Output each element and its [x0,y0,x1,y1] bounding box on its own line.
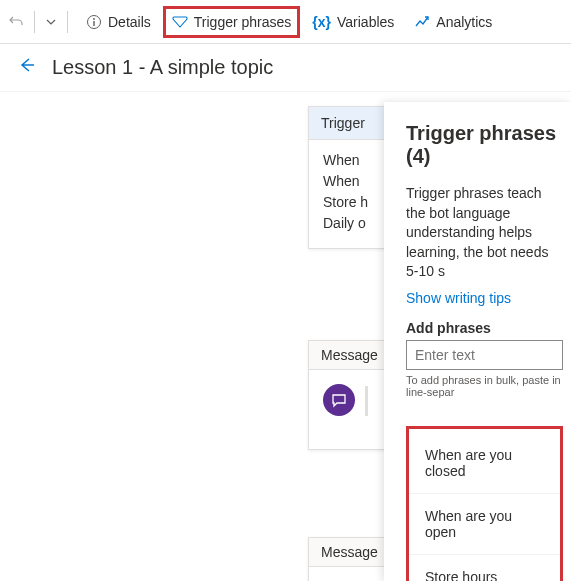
trigger-phrases-icon [172,14,188,30]
details-label: Details [108,14,151,30]
add-phrase-input[interactable] [406,340,563,370]
trigger-phrases-button[interactable]: Trigger phrases [163,6,301,38]
message-content-stub [365,386,368,416]
top-toolbar: Details Trigger phrases {x} Variables An… [0,0,571,44]
panel-title: Trigger phrases (4) [406,122,563,168]
analytics-label: Analytics [436,14,492,30]
variables-label: Variables [337,14,394,30]
phrase-item[interactable]: When are you open [409,494,560,555]
add-phrases-label: Add phrases [406,320,563,336]
chevron-down-icon[interactable] [45,16,57,28]
analytics-icon [414,14,430,30]
variables-icon: {x} [312,14,331,30]
svg-point-1 [93,18,95,20]
phrase-list: When are you closed When are you open St… [406,426,563,581]
page-header: Lesson 1 - A simple topic [0,44,571,92]
toolbar-divider [34,11,35,33]
svg-rect-2 [93,21,94,26]
trigger-phrases-label: Trigger phrases [194,14,292,30]
undo-icon[interactable] [8,14,24,30]
trigger-phrases-panel: Trigger phrases (4) Trigger phrases teac… [384,102,571,581]
toolbar-divider [67,11,68,33]
info-icon [86,14,102,30]
phrase-item[interactable]: When are you closed [409,433,560,494]
canvas: Trigger When When Store h Daily o Messag… [0,92,571,581]
add-phrase-hint: To add phrases in bulk, paste in line-se… [406,374,563,398]
page-title: Lesson 1 - A simple topic [52,56,273,79]
details-button[interactable]: Details [78,6,159,38]
analytics-button[interactable]: Analytics [406,6,500,38]
phrase-item[interactable]: Store hours [409,555,560,581]
variables-button[interactable]: {x} Variables [304,6,402,38]
show-writing-tips-link[interactable]: Show writing tips [406,290,511,306]
back-button[interactable] [18,56,36,79]
chat-icon [323,384,355,416]
panel-description: Trigger phrases teach the bot language u… [406,184,563,282]
